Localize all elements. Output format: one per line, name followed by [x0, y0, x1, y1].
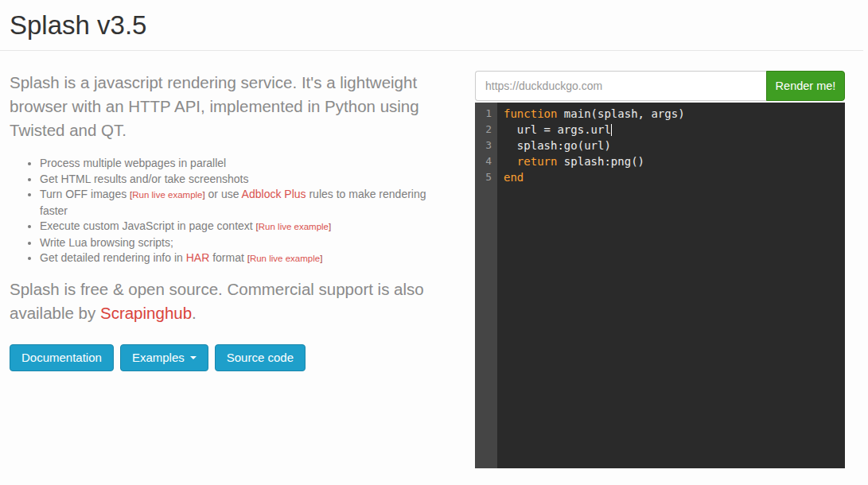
run-live-example-link[interactable]: [Run live example]	[256, 222, 332, 231]
line-number: 1	[475, 106, 492, 122]
source-code-button[interactable]: Source code	[215, 344, 306, 371]
page-title: Splash v3.5	[10, 11, 858, 40]
red-link[interactable]: Scrapinghub	[100, 304, 192, 322]
line-number: 3	[475, 138, 492, 153]
code-line: splash:go(url)	[504, 138, 845, 153]
feature-item: Process multiple webpages in parallel	[40, 156, 455, 172]
run-live-example-label: Run live example	[259, 222, 329, 231]
text-segment: Process multiple webpages in parallel	[40, 157, 226, 169]
render-panel: Render me! 12345 function main(splash, a…	[475, 71, 845, 468]
editor-code[interactable]: function main(splash, args) url = args.u…	[497, 103, 845, 468]
page-header: Splash v3.5	[0, 0, 868, 40]
description-column: Splash is a javascript rendering service…	[10, 71, 475, 371]
bracket: ]	[329, 222, 331, 231]
text-segment: .	[192, 304, 197, 322]
code-line: return splash:png()	[504, 153, 845, 169]
text-segment: url = args.url	[504, 123, 611, 136]
caret-down-icon	[190, 356, 197, 359]
editor-gutter: 12345	[475, 103, 497, 468]
run-live-example-label: Run live example	[132, 190, 202, 200]
red-link[interactable]: Adblock Plus	[242, 188, 306, 200]
examples-button[interactable]: Examples	[120, 344, 208, 371]
text-segment: Get HTML results and/or take screenshots	[40, 173, 248, 185]
code-keyword: end	[504, 171, 524, 184]
text-segment: Splash is free & open source. Commercial…	[10, 280, 424, 322]
text-segment: splash:png()	[557, 155, 644, 168]
intro-paragraph: Splash is a javascript rendering service…	[10, 71, 459, 142]
feature-item: Get HTML results and/or take screenshots	[40, 172, 455, 188]
examples-button-label: Examples	[132, 350, 185, 366]
text-cursor	[611, 124, 612, 136]
text-segment: or use	[205, 188, 242, 200]
code-line: url = args.url	[504, 122, 845, 138]
run-live-example-link[interactable]: [Run live example]	[247, 254, 323, 263]
line-number: 4	[475, 153, 492, 169]
documentation-button[interactable]: Documentation	[10, 344, 114, 371]
text-segment: Execute custom JavaScript in page contex…	[40, 219, 256, 232]
text-segment: splash:go(url)	[504, 139, 611, 152]
bracket: ]	[320, 254, 322, 263]
code-line: end	[504, 169, 845, 185]
text-segment: Turn OFF images	[40, 188, 130, 200]
text-segment	[504, 155, 517, 168]
run-live-example-label: Run live example	[250, 254, 320, 263]
documentation-button-label: Documentation	[21, 350, 102, 366]
main-content: Splash is a javascript rendering service…	[0, 51, 868, 468]
line-number: 5	[475, 169, 492, 185]
url-input[interactable]	[475, 71, 766, 101]
text-segment: format	[209, 251, 247, 264]
render-form: Render me!	[475, 71, 845, 101]
feature-item: Write Lua browsing scripts;	[40, 235, 455, 251]
code-keyword: return	[517, 155, 558, 168]
feature-item: Execute custom JavaScript in page contex…	[40, 219, 455, 235]
red-link[interactable]: HAR	[186, 251, 210, 264]
code-editor[interactable]: 12345 function main(splash, args) url = …	[475, 103, 845, 468]
action-buttons: Documentation Examples Source code	[10, 344, 459, 371]
run-live-example-link[interactable]: [Run live example]	[130, 190, 205, 200]
text-segment: Write Lua browsing scripts;	[40, 236, 173, 249]
text-segment: main(splash, args)	[557, 107, 684, 120]
render-button[interactable]: Render me!	[766, 71, 845, 101]
features-list: Process multiple webpages in parallelGet…	[10, 156, 455, 267]
source-code-button-label: Source code	[227, 350, 294, 366]
code-line: function main(splash, args)	[504, 106, 845, 122]
support-paragraph: Splash is free & open source. Commercial…	[10, 277, 459, 325]
feature-item: Get detailed rendering info in HAR forma…	[40, 250, 455, 267]
feature-item: Turn OFF images [Run live example] or us…	[40, 187, 455, 219]
code-keyword: function	[504, 107, 557, 120]
line-number: 2	[475, 122, 492, 138]
text-segment: Get detailed rendering info in	[40, 251, 186, 264]
